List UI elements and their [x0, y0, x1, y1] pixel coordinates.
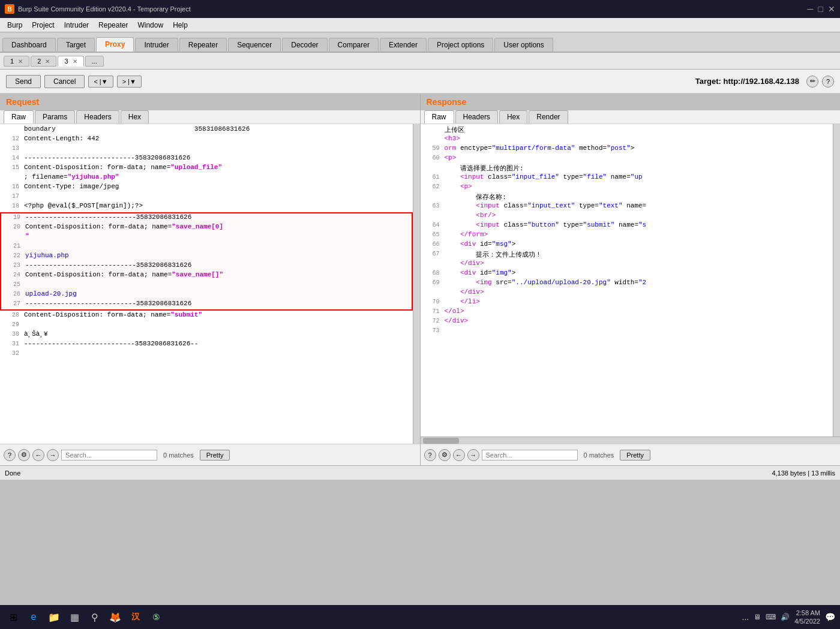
taskbar-volume-icon[interactable]: 🔊 — [781, 613, 790, 621]
main-tab-bar: Dashboard Target Proxy Intruder Repeater… — [0, 32, 840, 53]
repeater-tab-3[interactable]: 3 ✕ — [58, 56, 83, 67]
app-icon: B — [5, 4, 14, 14]
table-row: 32 — [0, 350, 413, 359]
response-forward-icon[interactable]: → — [467, 449, 479, 461]
taskbar-keyboard-icon[interactable]: ⌨ — [766, 613, 776, 621]
menu-intruder[interactable]: Intruder — [59, 20, 94, 31]
edit-target-icon[interactable]: ✏ — [806, 76, 818, 88]
table-row: 27 ----------------------------358320868… — [1, 300, 412, 309]
request-forward-icon[interactable]: → — [47, 449, 59, 461]
tab-dashboard[interactable]: Dashboard — [2, 38, 56, 52]
request-settings-icon[interactable]: ⚙ — [18, 449, 30, 461]
tab-intruder[interactable]: Intruder — [135, 38, 178, 52]
repeater-tab-more[interactable]: ... — [85, 56, 104, 67]
request-help-icon[interactable]: ? — [4, 449, 16, 461]
taskbar-folder-icon[interactable]: 📁 — [46, 609, 62, 625]
table-row: " — [1, 233, 412, 242]
menu-repeater[interactable]: Repeater — [94, 20, 133, 31]
menu-window[interactable]: Window — [133, 20, 168, 31]
tab-decoder[interactable]: Decoder — [282, 38, 327, 52]
send-button[interactable]: Send — [6, 75, 41, 88]
start-button[interactable]: ⊞ — [5, 609, 22, 625]
table-row: 70 </li> — [421, 298, 833, 308]
taskbar-firefox-icon[interactable]: 🦊 — [107, 609, 124, 625]
menu-bar: Burp Project Intruder Repeater Window He… — [0, 18, 840, 32]
taskbar-app-icon[interactable]: 汉 — [127, 609, 144, 625]
tab-repeater[interactable]: Repeater — [179, 38, 227, 52]
close-tab-2-icon[interactable]: ✕ — [45, 58, 50, 65]
request-tab-hex[interactable]: Hex — [121, 110, 149, 124]
request-code-area[interactable]: boundary 35831086831626 12 Content-Lengt… — [0, 124, 413, 444]
tab-proxy[interactable]: Proxy — [96, 37, 134, 52]
taskbar-app2-icon[interactable]: ⑤ — [148, 609, 164, 625]
tab-target[interactable]: Target — [57, 38, 95, 52]
request-tab-params[interactable]: Params — [35, 110, 75, 124]
response-tab-render[interactable]: Render — [529, 110, 568, 124]
close-tab-3-icon[interactable]: ✕ — [73, 58, 77, 65]
response-code-area[interactable]: 上传区 <h3> 59 orm enctype="multipart/form-… — [421, 124, 833, 437]
window-controls[interactable]: ─ □ ✕ — [808, 4, 835, 14]
tab-user-options[interactable]: User options — [494, 38, 553, 52]
request-back-icon[interactable]: ← — [32, 449, 44, 461]
table-row: 12 Content-Length: 442 — [0, 135, 413, 145]
taskbar-notifications-bell-icon[interactable]: 💬 — [825, 612, 835, 622]
taskbar-edge-icon[interactable]: e — [25, 609, 42, 625]
table-row: 31 ----------------------------358320868… — [0, 340, 413, 350]
help-target-icon[interactable]: ? — [822, 76, 834, 88]
nav-prev-button[interactable]: < |▼ — [88, 76, 113, 88]
table-row: 28 Content-Disposition: form-data; name=… — [0, 311, 413, 321]
table-row: 72 </div> — [421, 317, 833, 327]
table-row: 59 orm enctype="multipart/form-data" met… — [421, 145, 833, 154]
repeater-tab-2[interactable]: 2 ✕ — [31, 56, 56, 67]
response-tab-headers[interactable]: Headers — [455, 110, 498, 124]
response-scrollbar[interactable] — [833, 124, 840, 437]
request-panel: Request Raw Params Headers Hex boundary … — [0, 94, 421, 465]
tab-extender[interactable]: Extender — [380, 38, 427, 52]
close-tab-1-icon[interactable]: ✕ — [18, 58, 23, 65]
repeater-tab-1[interactable]: 1 ✕ — [4, 56, 29, 67]
request-matches-label: 0 matches — [163, 452, 194, 459]
request-tab-raw[interactable]: Raw — [4, 110, 34, 124]
response-help-icon[interactable]: ? — [424, 449, 436, 461]
table-row: 13 — [0, 145, 413, 154]
table-row: </div> — [421, 260, 833, 269]
close-icon[interactable]: ✕ — [828, 4, 835, 14]
table-row: 71 </ol> — [421, 308, 833, 317]
response-tabs: Raw Headers Hex Render — [421, 110, 841, 124]
tab-project-options[interactable]: Project options — [428, 38, 493, 52]
table-row: 25 — [1, 281, 412, 290]
table-row: 62 <p> — [421, 183, 833, 192]
response-title: Response — [421, 94, 841, 110]
request-search-input[interactable] — [61, 450, 157, 461]
table-row: ; filename="yijuhua.php" — [0, 173, 413, 183]
taskbar-search-icon[interactable]: ⚲ — [86, 609, 103, 625]
response-pretty-button[interactable]: Pretty — [620, 450, 650, 461]
response-back-icon[interactable]: ← — [453, 449, 465, 461]
minimize-icon[interactable]: ─ — [808, 4, 814, 14]
table-row: <br/> — [421, 212, 833, 221]
menu-project[interactable]: Project — [27, 20, 59, 31]
cancel-button[interactable]: Cancel — [44, 75, 85, 88]
tab-comparer[interactable]: Comparer — [329, 38, 379, 52]
table-row: 73 — [421, 327, 833, 336]
response-panel: Response Raw Headers Hex Render 上传区 <h3>… — [421, 94, 841, 465]
nav-next-button[interactable]: > |▼ — [117, 76, 142, 88]
table-row: 保存名称: — [421, 192, 833, 202]
taskbar-notifications-icon[interactable]: 🖥 — [754, 613, 761, 621]
menu-burp[interactable]: Burp — [2, 20, 27, 31]
maximize-icon[interactable]: □ — [818, 4, 823, 14]
table-row: 26 upload-20.jpg — [1, 290, 412, 300]
response-settings-icon[interactable]: ⚙ — [439, 449, 451, 461]
response-tab-hex[interactable]: Hex — [499, 110, 527, 124]
taskbar-terminal-icon[interactable]: ▦ — [66, 609, 83, 625]
request-scrollbar[interactable] — [413, 124, 420, 444]
request-pretty-button[interactable]: Pretty — [200, 450, 230, 461]
target-label: Target: http://192.168.42.138 — [695, 77, 799, 86]
response-tab-raw[interactable]: Raw — [424, 110, 454, 124]
menu-help[interactable]: Help — [168, 20, 193, 31]
tab-sequencer[interactable]: Sequencer — [228, 38, 281, 52]
request-tab-headers[interactable]: Headers — [76, 110, 119, 124]
response-search-input[interactable] — [482, 450, 578, 461]
status-right: 4,138 bytes | 13 millis — [772, 470, 835, 477]
response-hscrollbar[interactable] — [421, 437, 841, 444]
